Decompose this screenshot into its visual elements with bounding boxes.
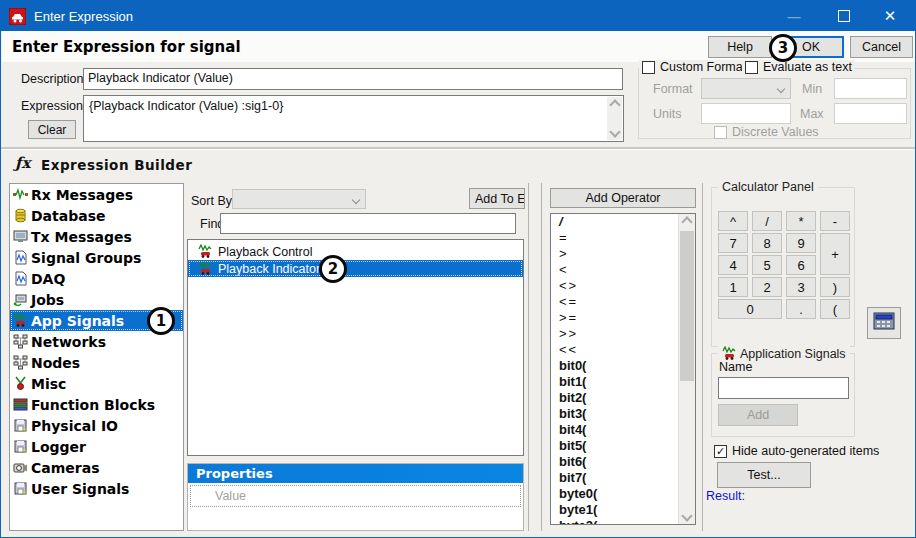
name-input[interactable] — [718, 377, 849, 399]
test-button[interactable]: Test... — [717, 462, 811, 488]
network-icon — [13, 334, 28, 349]
minimize-button[interactable]: — — [771, 1, 817, 31]
jobs-icon — [13, 292, 28, 307]
calc-button-7[interactable]: 7 — [718, 233, 748, 253]
window-title: Enter Expression — [34, 9, 133, 24]
camera-icon — [13, 460, 28, 475]
operator-item-[interactable]: <> — [551, 278, 695, 294]
calc-button-close-paren[interactable]: ) — [820, 277, 850, 297]
operator-scrollbar[interactable] — [678, 214, 695, 524]
calc-button-2[interactable]: 2 — [752, 277, 782, 297]
page-title: Enter Expression for signal — [12, 38, 241, 56]
signal-list-item-playback-indicator[interactable]: Playback Indicator — [188, 260, 523, 277]
calc-button-3[interactable]: 3 — [786, 277, 816, 297]
sidebar-item-label: DAQ — [31, 271, 65, 287]
sidebar-item-rx-messages[interactable]: Rx Messages — [10, 184, 183, 205]
checkbox-icon[interactable] — [642, 61, 655, 74]
signal-list-item-playback-control[interactable]: Playback Control — [188, 243, 523, 260]
sidebar-item-label: Database — [31, 208, 106, 224]
operator-item-byte0[interactable]: byte0( — [551, 486, 695, 502]
operator-item-bit5[interactable]: bit5( — [551, 438, 695, 454]
operator-item-[interactable]: > — [551, 246, 695, 262]
calc-button-multiply[interactable]: * — [786, 211, 816, 231]
scrollbar-thumb[interactable] — [680, 231, 694, 381]
find-input[interactable] — [220, 213, 516, 234]
sidebar-item-logger[interactable]: Logger — [10, 436, 183, 457]
expression-value: {Playback Indicator (Value) :sig1-0} — [89, 99, 283, 113]
sidebar-item-cameras[interactable]: Cameras — [10, 457, 183, 478]
sort-by-dropdown — [232, 189, 366, 209]
evaluate-as-text-checkbox[interactable]: Evaluate as text — [742, 60, 855, 74]
help-button[interactable]: Help — [708, 36, 772, 58]
operator-item-[interactable]: << — [551, 342, 695, 358]
blocks-icon — [13, 397, 28, 412]
scroll-up-icon[interactable] — [609, 99, 620, 110]
operator-item-bit3[interactable]: bit3( — [551, 406, 695, 422]
calc-button-8[interactable]: 8 — [752, 233, 782, 253]
calc-button-power[interactable]: ^ — [718, 211, 748, 231]
scroll-up-icon[interactable] — [679, 214, 695, 230]
close-button[interactable]: ✕ — [867, 1, 913, 31]
sidebar-item-physical-io[interactable]: Physical IO — [10, 415, 183, 436]
add-operator-button[interactable]: Add Operator — [550, 188, 696, 208]
calc-button-9[interactable]: 9 — [786, 233, 816, 253]
expression-scrollbar[interactable] — [607, 97, 622, 140]
add-to-expression-button[interactable]: Add To Ex — [469, 188, 525, 209]
operator-item-byte2[interactable]: byte2( — [551, 518, 695, 525]
scroll-down-icon[interactable] — [609, 126, 620, 137]
signal-list: Playback ControlPlayback Indicator — [187, 239, 524, 456]
operator-item-[interactable]: <= — [551, 294, 695, 310]
hide-auto-generated-checkbox[interactable]: ✓ Hide auto-generated items — [711, 444, 882, 458]
checkbox-checked-icon[interactable]: ✓ — [714, 445, 727, 458]
app-signal-icon — [722, 346, 737, 361]
calc-button-divide[interactable]: / — [752, 211, 782, 231]
operator-item-bit1[interactable]: bit1( — [551, 374, 695, 390]
operator-item-[interactable]: / — [551, 214, 695, 230]
open-calculator-button[interactable] — [867, 307, 901, 339]
scroll-down-icon[interactable] — [679, 508, 695, 524]
cancel-button[interactable]: Cancel — [850, 36, 913, 58]
panel-splitter[interactable] — [528, 183, 529, 531]
operator-item-bit2[interactable]: bit2( — [551, 390, 695, 406]
sidebar-item-daq[interactable]: DAQ — [10, 268, 183, 289]
calc-button-minus[interactable]: - — [820, 211, 850, 231]
calc-button-decimal[interactable]: . — [786, 299, 816, 319]
panel-splitter[interactable] — [541, 183, 542, 531]
chevron-down-icon — [352, 196, 360, 204]
sidebar-item-label: Logger — [31, 439, 86, 455]
sidebar-item-user-signals[interactable]: User Signals — [10, 478, 183, 499]
operator-item-byte1[interactable]: byte1( — [551, 502, 695, 518]
calc-button-4[interactable]: 4 — [718, 255, 748, 275]
clear-button[interactable]: Clear — [28, 120, 76, 139]
maximize-button[interactable] — [821, 1, 867, 31]
custom-format-checkbox[interactable]: Custom Format — [639, 60, 749, 74]
expression-field[interactable]: {Playback Indicator (Value) :sig1-0} — [83, 95, 624, 142]
sidebar-item-function-blocks[interactable]: Function Blocks — [10, 394, 183, 415]
calc-button-1[interactable]: 1 — [718, 277, 748, 297]
calc-button-5[interactable]: 5 — [752, 255, 782, 275]
sidebar-item-tx-messages[interactable]: Tx Messages — [10, 226, 183, 247]
description-label: Description — [21, 72, 84, 86]
calc-button-plus[interactable]: + — [820, 233, 850, 275]
calc-button-open-paren[interactable]: ( — [820, 299, 850, 319]
description-field[interactable]: Playback Indicator (Value) — [83, 68, 623, 90]
operator-item-[interactable]: >= — [551, 310, 695, 326]
operator-item-bit6[interactable]: bit6( — [551, 454, 695, 470]
sidebar-item-misc[interactable]: Misc — [10, 373, 183, 394]
operator-item-[interactable]: < — [551, 262, 695, 278]
fx-function-icon: ƒx — [15, 154, 30, 172]
operator-item-[interactable]: >> — [551, 326, 695, 342]
checkbox-icon[interactable] — [745, 61, 758, 74]
calc-button-0[interactable]: 0 — [718, 299, 782, 319]
panel-splitter[interactable] — [702, 183, 703, 531]
operator-item-[interactable]: = — [551, 230, 695, 246]
operator-item-bit0[interactable]: bit0( — [551, 358, 695, 374]
sidebar-item-database[interactable]: Database — [10, 205, 183, 226]
properties-value-row[interactable]: Value — [190, 485, 521, 507]
operator-item-bit4[interactable]: bit4( — [551, 422, 695, 438]
operator-item-bit7[interactable]: bit7( — [551, 470, 695, 486]
calc-button-6[interactable]: 6 — [786, 255, 816, 275]
name-label: Name — [719, 360, 752, 374]
sidebar-item-signal-groups[interactable]: Signal Groups — [10, 247, 183, 268]
sidebar-item-nodes[interactable]: Nodes — [10, 352, 183, 373]
